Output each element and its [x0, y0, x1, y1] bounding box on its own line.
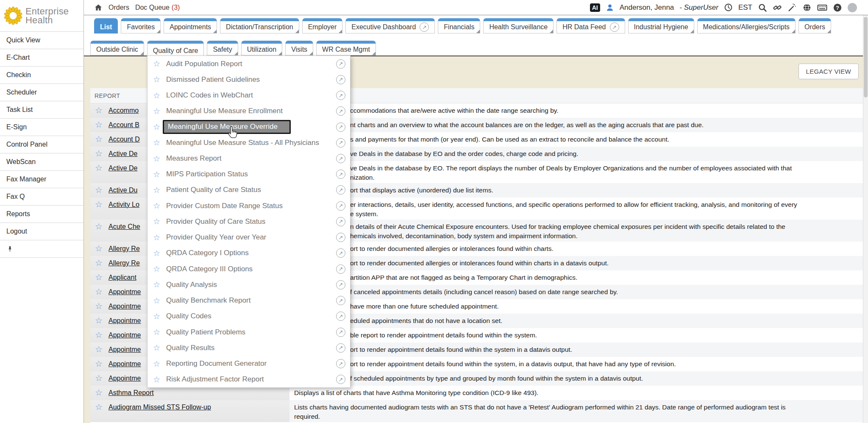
- report-link[interactable]: Appointme: [108, 373, 141, 386]
- report-link[interactable]: Audiogram Missed STS Follow-up: [108, 402, 211, 422]
- report-link[interactable]: Allergy Re: [108, 258, 140, 270]
- tab-hr-data-feed[interactable]: HR Data Feed↗: [556, 18, 625, 33]
- report-link[interactable]: Appointme: [108, 359, 141, 371]
- sidebar-item-webscan[interactable]: WebScan: [0, 153, 83, 171]
- favorite-star-icon[interactable]: ☆: [153, 138, 163, 147]
- sidebar-item-scheduler[interactable]: Scheduler: [0, 84, 83, 101]
- open-report-icon[interactable]: ↗: [336, 75, 345, 84]
- tab-safety[interactable]: Safety: [207, 41, 238, 56]
- report-link[interactable]: Appointme: [108, 345, 141, 357]
- open-report-icon[interactable]: ↗: [336, 280, 345, 289]
- open-report-icon[interactable]: ↗: [336, 138, 345, 147]
- scrollbar-thumb[interactable]: [864, 17, 868, 97]
- favorite-star-icon[interactable]: ☆: [92, 163, 105, 183]
- favorite-star-icon[interactable]: ☆: [153, 91, 163, 100]
- favorite-star-icon[interactable]: ☆: [92, 106, 105, 118]
- tab-executive-dashboard[interactable]: Executive Dashboard↗: [345, 18, 435, 33]
- favorite-star-icon[interactable]: ☆: [92, 373, 105, 386]
- report-link[interactable]: Appointme: [108, 316, 141, 328]
- open-report-icon[interactable]: ↗: [336, 233, 345, 242]
- favorite-star-icon[interactable]: ☆: [92, 185, 105, 198]
- favorite-star-icon[interactable]: ☆: [153, 170, 163, 179]
- favorite-star-icon[interactable]: ☆: [153, 75, 163, 84]
- vertical-scrollbar[interactable]: [863, 15, 868, 423]
- legacy-view-button[interactable]: LEGACY VIEW: [798, 64, 859, 79]
- keyboard-icon[interactable]: [817, 3, 827, 13]
- menu-item-qrda-category-i-options[interactable]: ☆QRDA Category I Options↗: [147, 245, 350, 261]
- report-link[interactable]: Asthma Report: [108, 388, 154, 400]
- sidebar-item-task-list[interactable]: Task List: [0, 101, 83, 119]
- report-link[interactable]: Account D: [108, 134, 140, 147]
- menu-item-quality-codes[interactable]: ☆Quality Codes↗: [147, 309, 350, 324]
- open-report-icon[interactable]: ↗: [336, 328, 345, 337]
- sidebar-item-logout[interactable]: Logout: [0, 223, 83, 240]
- menu-item-quality-analysis[interactable]: ☆Quality Analysis↗: [147, 277, 350, 292]
- user-name[interactable]: Anderson, Jenna: [620, 3, 674, 12]
- open-report-icon[interactable]: ↗: [336, 201, 345, 211]
- tab-utilization[interactable]: Utilization: [241, 41, 282, 56]
- open-report-icon[interactable]: ↗: [336, 122, 345, 132]
- favorite-star-icon[interactable]: ☆: [92, 222, 105, 242]
- favorite-star-icon[interactable]: ☆: [153, 217, 163, 226]
- open-report-icon[interactable]: ↗: [336, 106, 345, 116]
- favorite-star-icon[interactable]: ☆: [92, 345, 105, 357]
- menu-item-provider-quality-year-over-year[interactable]: ☆Provider Quality Year over Year↗: [147, 230, 350, 245]
- menu-item-quality-patient-problems[interactable]: ☆Quality Patient Problems↗: [147, 324, 350, 340]
- globe-icon[interactable]: [802, 3, 812, 12]
- menu-item-meaningful-use-measure-status-all-physicians[interactable]: ☆Meaningful Use Measure Status - All Phy…: [147, 135, 350, 150]
- sidebar-item-quick-view[interactable]: Quick View: [0, 32, 83, 49]
- favorite-star-icon[interactable]: ☆: [92, 330, 105, 342]
- open-report-icon[interactable]: ↗: [336, 359, 345, 368]
- menu-item-provider-custom-date-range-status[interactable]: ☆Provider Custom Date Range Status↗: [147, 198, 350, 214]
- favorite-star-icon[interactable]: ☆: [92, 134, 105, 147]
- favorite-star-icon[interactable]: ☆: [153, 154, 163, 164]
- menu-item-loinc-codes-in-webchart[interactable]: ☆LOINC Codes in WebChart↗: [147, 87, 350, 103]
- menu-item-quality-results[interactable]: ☆Quality Results↗: [147, 340, 350, 356]
- favorite-star-icon[interactable]: ☆: [92, 200, 105, 220]
- report-link[interactable]: Account B: [108, 120, 139, 132]
- open-report-icon[interactable]: ↗: [336, 248, 345, 258]
- open-report-icon[interactable]: ↗: [336, 375, 345, 384]
- tab-quality-of-care[interactable]: Quality of Care: [147, 41, 204, 58]
- open-report-icon[interactable]: ↗: [336, 217, 345, 226]
- menu-item-mips-participation-status[interactable]: ☆MIPS Participation Status↗: [147, 167, 350, 182]
- favorite-star-icon[interactable]: ☆: [92, 301, 105, 314]
- open-report-icon[interactable]: ↗: [336, 312, 345, 321]
- report-link[interactable]: Activity Lo: [108, 200, 139, 220]
- menu-item-qrda-category-iii-options[interactable]: ☆QRDA Category III Options↗: [147, 261, 350, 277]
- ai-badge[interactable]: AI: [590, 3, 600, 12]
- menu-item-audit-population-report[interactable]: ☆Audit Population Report↗: [147, 56, 350, 72]
- menu-item-quality-benchmark-report[interactable]: ☆Quality Benchmark Report↗: [147, 293, 350, 309]
- open-report-icon[interactable]: ↗: [336, 154, 345, 163]
- tab-appointments[interactable]: Appointments: [164, 18, 217, 33]
- open-report-icon[interactable]: ↗: [336, 170, 345, 179]
- favorite-star-icon[interactable]: ☆: [92, 120, 105, 132]
- favorite-star-icon[interactable]: ☆: [153, 201, 163, 211]
- menu-item-risk-adjustment-factor-report[interactable]: ☆Risk Adjustment Factor Report↗: [147, 372, 350, 387]
- report-link[interactable]: Active De: [108, 149, 137, 161]
- report-link[interactable]: Appointme: [108, 287, 141, 299]
- sidebar-item-fax-manager[interactable]: Fax Manager: [0, 171, 83, 188]
- user-icon[interactable]: [606, 3, 614, 12]
- wand-icon[interactable]: [787, 3, 797, 12]
- favorite-star-icon[interactable]: ☆: [92, 244, 105, 256]
- menu-item-meaningful-use-measure-enrollment[interactable]: ☆Meaningful Use Measure Enrollment↗: [147, 103, 350, 119]
- favorite-star-icon[interactable]: ☆: [153, 359, 163, 369]
- favorite-star-icon[interactable]: ☆: [153, 280, 163, 289]
- favorite-star-icon[interactable]: ☆: [92, 359, 105, 371]
- pushpin-icon[interactable]: [6, 245, 14, 253]
- favorite-star-icon[interactable]: ☆: [153, 122, 163, 132]
- favorite-star-icon[interactable]: ☆: [153, 375, 163, 384]
- tab-visits[interactable]: Visits: [285, 41, 313, 56]
- open-report-icon[interactable]: ↗: [336, 59, 345, 69]
- sidebar-item-checkin[interactable]: Checkin: [0, 67, 83, 84]
- breadcrumb-doc-queue[interactable]: Doc Queue: [135, 4, 170, 11]
- menu-item-dismissed-patient-guidelines[interactable]: ☆Dismissed Patient Guidelines↗: [147, 72, 350, 87]
- report-link[interactable]: Appointme: [108, 301, 141, 314]
- tab-outside-clinic[interactable]: Outside Clinic: [90, 41, 144, 56]
- sidebar-item-reports[interactable]: Reports: [0, 206, 83, 223]
- favorite-star-icon[interactable]: ☆: [92, 287, 105, 299]
- tab-list[interactable]: List: [94, 18, 118, 33]
- report-link[interactable]: Acute Che: [108, 222, 140, 242]
- report-link[interactable]: Active De: [108, 163, 137, 183]
